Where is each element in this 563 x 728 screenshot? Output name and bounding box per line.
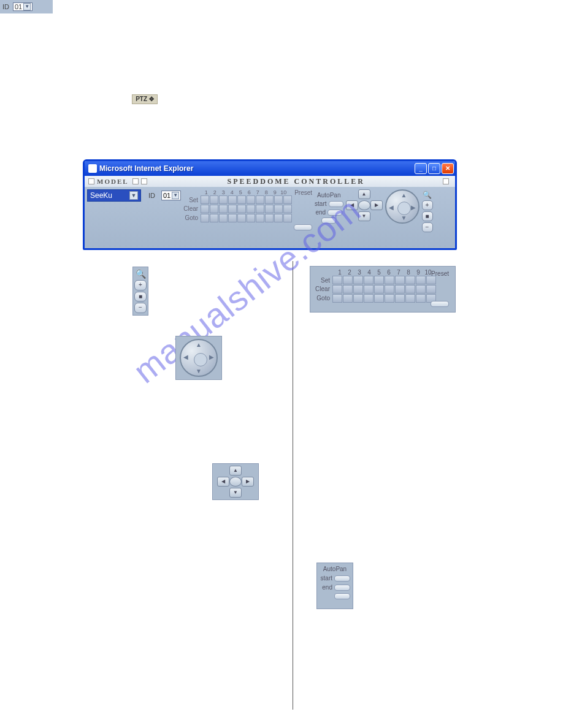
zoom-stop-button[interactable]: ■	[422, 211, 433, 221]
autopan-end-button[interactable]	[334, 585, 350, 591]
joystick[interactable]: ▲ ▼ ◀ ▶	[180, 339, 218, 377]
preset-cell[interactable]	[395, 285, 405, 294]
preset-cell[interactable]	[283, 205, 292, 213]
chevron-down-icon: ▼	[23, 3, 31, 10]
preset-cell[interactable]	[265, 214, 274, 222]
zoom-out-button[interactable]: −	[134, 303, 147, 313]
preset-cell[interactable]	[237, 214, 246, 222]
preset-cell[interactable]	[201, 214, 209, 222]
preset-cell[interactable]	[228, 195, 237, 204]
preset-num: 5	[374, 269, 384, 276]
preset-cell[interactable]	[247, 205, 255, 213]
preset-cell[interactable]	[265, 205, 274, 213]
autopan-run-button[interactable]	[334, 593, 350, 599]
zoom-out-button[interactable]: −	[422, 222, 433, 232]
preset-cell[interactable]	[343, 294, 353, 303]
preset-cell[interactable]	[201, 205, 209, 213]
zoom-in-button[interactable]: +	[134, 280, 147, 290]
preset-run-button[interactable]	[294, 224, 312, 230]
preset-cell[interactable]	[201, 195, 209, 204]
autopan-start-button[interactable]	[334, 575, 350, 582]
preset-cell[interactable]	[385, 276, 394, 284]
preset-row-set: Set	[183, 197, 198, 203]
preset-cell[interactable]	[405, 294, 415, 303]
preset-cell[interactable]	[374, 294, 384, 303]
preset-cell[interactable]	[353, 276, 363, 284]
model-select[interactable]: SeeKu ▼	[87, 189, 141, 202]
preset-grid[interactable]	[201, 195, 292, 222]
preset-cell[interactable]	[228, 214, 237, 222]
id-select[interactable]: 01 ▼	[161, 191, 181, 200]
preset-cell[interactable]	[274, 205, 283, 213]
dpad-right-button[interactable]: ▶	[242, 477, 254, 487]
joystick[interactable]: ▲ ▼ ◀ ▶	[385, 189, 419, 224]
preset-cell[interactable]	[332, 294, 342, 303]
preset-cell[interactable]	[364, 285, 373, 294]
preset-cell[interactable]	[274, 214, 283, 222]
preset-cell[interactable]	[256, 214, 264, 222]
minimize-button[interactable]: _	[415, 163, 427, 174]
preset-cell[interactable]	[210, 214, 218, 222]
preset-cell[interactable]	[385, 294, 394, 303]
dpad-down-button[interactable]: ▼	[229, 488, 242, 498]
preset-cell[interactable]	[416, 294, 426, 303]
preset-cell[interactable]	[247, 195, 255, 204]
preset-cell[interactable]	[395, 294, 405, 303]
preset-cell[interactable]	[219, 214, 228, 222]
dpad-left-button[interactable]: ◀	[217, 477, 229, 487]
autopan-start-button[interactable]	[329, 201, 343, 207]
preset-cell[interactable]	[237, 205, 246, 213]
preset-cell[interactable]	[364, 294, 373, 303]
preset-cell[interactable]	[426, 285, 436, 294]
preset-cell[interactable]	[416, 276, 426, 284]
preset-cell[interactable]	[256, 195, 264, 204]
square-icon	[88, 178, 94, 184]
autopan-run-button[interactable]	[321, 218, 336, 224]
preset-cell[interactable]	[343, 276, 353, 284]
joystick-left-icon: ◀	[183, 354, 188, 360]
preset-cell[interactable]	[274, 195, 283, 204]
preset-cell[interactable]	[374, 276, 384, 284]
preset-cell[interactable]	[210, 195, 218, 204]
preset-cell[interactable]	[265, 195, 274, 204]
preset-cell[interactable]	[353, 294, 363, 303]
dpad-down-button[interactable]: ▼	[358, 211, 370, 221]
preset-cell[interactable]	[353, 285, 363, 294]
autopan-end-button[interactable]	[327, 210, 342, 216]
preset-cell[interactable]	[283, 195, 292, 204]
zoom-in-button[interactable]: +	[422, 200, 433, 210]
preset-cell[interactable]	[210, 205, 218, 213]
preset-cell[interactable]	[416, 285, 426, 294]
dpad-left-button[interactable]: ◀	[346, 200, 358, 210]
preset-cell[interactable]	[395, 276, 405, 284]
preset-cell[interactable]	[237, 195, 246, 204]
preset-cell[interactable]	[385, 285, 394, 294]
model-label: MODEL	[97, 178, 129, 185]
preset-cell[interactable]	[405, 285, 415, 294]
preset-cell[interactable]	[219, 205, 228, 213]
close-button[interactable]: ✕	[442, 163, 454, 174]
zoom-stop-button[interactable]: ■	[134, 292, 147, 302]
maximize-button[interactable]: □	[428, 163, 440, 174]
preset-cell[interactable]	[364, 276, 373, 284]
preset-cell[interactable]	[283, 214, 292, 222]
preset-cell[interactable]	[256, 205, 264, 213]
preset-cell[interactable]	[332, 276, 342, 284]
preset-cell[interactable]	[426, 276, 436, 284]
dpad-up-button[interactable]: ▲	[229, 466, 242, 476]
dpad-right-button[interactable]: ▶	[370, 200, 383, 210]
preset-cell[interactable]	[343, 285, 353, 294]
preset-cell[interactable]	[228, 205, 237, 213]
dpad-up-button[interactable]: ▲	[358, 189, 370, 199]
preset-cell[interactable]	[374, 285, 384, 294]
joystick-right-icon: ▶	[209, 354, 214, 360]
dpad-center-button[interactable]	[229, 477, 242, 487]
preset-cell[interactable]	[247, 214, 255, 222]
preset-cell[interactable]	[219, 195, 228, 204]
dpad-center-button[interactable]	[358, 200, 370, 210]
preset-cell[interactable]	[332, 285, 342, 294]
id-select[interactable]: 01 ▼	[13, 2, 33, 11]
preset-grid[interactable]	[332, 276, 436, 303]
preset-cell[interactable]	[405, 276, 415, 284]
preset-run-button[interactable]	[431, 301, 449, 307]
